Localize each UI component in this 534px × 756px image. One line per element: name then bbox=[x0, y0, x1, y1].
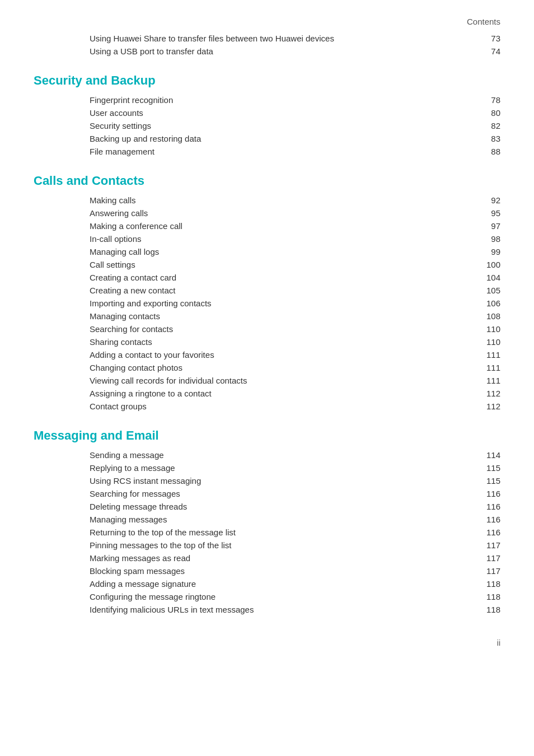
entry-page: 112 bbox=[478, 402, 500, 411]
entry-page: 118 bbox=[478, 592, 500, 601]
toc-entry: Using Huawei Share to transfer files bet… bbox=[90, 32, 500, 45]
toc-entry: Identifying malicious URLs in text messa… bbox=[90, 603, 500, 616]
entry-title: Using a USB port to transfer data bbox=[90, 46, 478, 56]
top-entries: Using Huawei Share to transfer files bet… bbox=[34, 32, 500, 58]
toc-entry: File management 88 bbox=[90, 145, 500, 158]
entry-page: 88 bbox=[478, 147, 500, 156]
entry-title: Changing contact photos bbox=[90, 363, 478, 372]
toc-entry: Security settings 82 bbox=[90, 119, 500, 132]
entry-page: 118 bbox=[478, 605, 500, 614]
toc-entry: Managing call logs 99 bbox=[90, 245, 500, 258]
toc-entry: Sending a message 114 bbox=[90, 449, 500, 461]
entry-page: 95 bbox=[478, 208, 500, 218]
entry-page: 100 bbox=[478, 260, 500, 269]
entry-page: 92 bbox=[478, 195, 500, 205]
section-messaging-email: Messaging and Email Sending a message 11… bbox=[34, 428, 500, 616]
toc-entry: Using a USB port to transfer data 74 bbox=[90, 45, 500, 58]
entry-page: 117 bbox=[478, 540, 500, 550]
entry-page: 80 bbox=[478, 108, 500, 118]
entry-title: Returning to the top of the message list bbox=[90, 528, 478, 537]
entry-title: Using Huawei Share to transfer files bet… bbox=[90, 34, 478, 43]
entry-page: 118 bbox=[478, 579, 500, 589]
entry-page: 108 bbox=[478, 311, 500, 321]
toc-entry: In-call options 98 bbox=[90, 232, 500, 245]
sections-container: Security and Backup Fingerprint recognit… bbox=[34, 73, 500, 616]
entry-title: Viewing call records for individual cont… bbox=[90, 376, 478, 385]
section-heading-messaging-email: Messaging and Email bbox=[34, 428, 500, 443]
toc-entry: Adding a message signature 118 bbox=[90, 577, 500, 590]
toc-entry: Pinning messages to the top of the list … bbox=[90, 539, 500, 552]
entry-page: 115 bbox=[478, 476, 500, 486]
entry-title: Security settings bbox=[90, 121, 478, 130]
entry-page: 97 bbox=[478, 221, 500, 231]
entry-page: 83 bbox=[478, 134, 500, 143]
entry-title: Sharing contacts bbox=[90, 337, 478, 347]
entry-title: Answering calls bbox=[90, 208, 478, 218]
entry-title: Backing up and restoring data bbox=[90, 134, 478, 143]
toc-entry: Making a conference call 97 bbox=[90, 220, 500, 232]
entry-title: Adding a message signature bbox=[90, 579, 478, 589]
entry-page: 73 bbox=[478, 34, 500, 43]
entry-title: Deleting message threads bbox=[90, 502, 478, 511]
entry-title: Adding a contact to your favorites bbox=[90, 350, 478, 360]
toc-entry: Sharing contacts 110 bbox=[90, 335, 500, 348]
entry-title: Using RCS instant messaging bbox=[90, 476, 478, 486]
toc-entry: Blocking spam messages 117 bbox=[90, 564, 500, 577]
toc-entry: Creating a new contact 105 bbox=[90, 284, 500, 297]
toc-entry: Assigning a ringtone to a contact 112 bbox=[90, 387, 500, 400]
toc-entry: Call settings 100 bbox=[90, 258, 500, 271]
toc-entry: Viewing call records for individual cont… bbox=[90, 374, 500, 387]
entry-page: 116 bbox=[478, 489, 500, 498]
section-items-calls-contacts: Making calls 92 Answering calls 95 Makin… bbox=[34, 194, 500, 413]
entry-page: 111 bbox=[478, 350, 500, 360]
entry-page: 114 bbox=[478, 450, 500, 460]
toc-entry: Returning to the top of the message list… bbox=[90, 526, 500, 539]
entry-page: 117 bbox=[478, 553, 500, 563]
entry-title: In-call options bbox=[90, 234, 478, 244]
entry-title: Creating a new contact bbox=[90, 286, 478, 295]
entry-title: Creating a contact card bbox=[90, 273, 478, 282]
contents-label: Contents bbox=[34, 17, 500, 26]
toc-entry: Configuring the message ringtone 118 bbox=[90, 590, 500, 603]
entry-title: Pinning messages to the top of the list bbox=[90, 540, 478, 550]
entry-page: 111 bbox=[478, 363, 500, 372]
entry-title: Marking messages as read bbox=[90, 553, 478, 563]
toc-entry: Using RCS instant messaging 115 bbox=[90, 474, 500, 487]
entry-title: Fingerprint recognition bbox=[90, 95, 478, 105]
toc-entry: Making calls 92 bbox=[90, 194, 500, 207]
toc-entry: Changing contact photos 111 bbox=[90, 361, 500, 374]
entry-page: 78 bbox=[478, 95, 500, 105]
entry-title: Managing messages bbox=[90, 515, 478, 524]
section-security-backup: Security and Backup Fingerprint recognit… bbox=[34, 73, 500, 158]
toc-entry: Managing contacts 108 bbox=[90, 310, 500, 323]
entry-title: Assigning a ringtone to a contact bbox=[90, 389, 478, 398]
section-items-messaging-email: Sending a message 114 Replying to a mess… bbox=[34, 449, 500, 616]
entry-title: Configuring the message ringtone bbox=[90, 592, 478, 601]
toc-entry: User accounts 80 bbox=[90, 106, 500, 119]
toc-entry: Deleting message threads 116 bbox=[90, 500, 500, 513]
entry-page: 98 bbox=[478, 234, 500, 244]
page-footer: ii bbox=[34, 638, 500, 647]
entry-page: 82 bbox=[478, 121, 500, 130]
entry-page: 112 bbox=[478, 389, 500, 398]
toc-entry: Managing messages 116 bbox=[90, 513, 500, 526]
entry-title: Making a conference call bbox=[90, 221, 478, 231]
toc-entry: Importing and exporting contacts 106 bbox=[90, 297, 500, 310]
toc-entry: Creating a contact card 104 bbox=[90, 271, 500, 284]
entry-page: 99 bbox=[478, 247, 500, 256]
toc-entry: Adding a contact to your favorites 111 bbox=[90, 348, 500, 361]
entry-title: Managing contacts bbox=[90, 311, 478, 321]
entry-page: 106 bbox=[478, 298, 500, 308]
entry-title: File management bbox=[90, 147, 478, 156]
toc-entry: Backing up and restoring data 83 bbox=[90, 132, 500, 145]
entry-page: 105 bbox=[478, 286, 500, 295]
entry-title: Managing call logs bbox=[90, 247, 478, 256]
section-heading-security-backup: Security and Backup bbox=[34, 73, 500, 88]
entry-title: User accounts bbox=[90, 108, 478, 118]
entry-title: Sending a message bbox=[90, 450, 478, 460]
entry-title: Contact groups bbox=[90, 402, 478, 411]
toc-entry: Replying to a message 115 bbox=[90, 461, 500, 474]
entry-title: Identifying malicious URLs in text messa… bbox=[90, 605, 478, 614]
toc-entry: Answering calls 95 bbox=[90, 207, 500, 220]
entry-page: 104 bbox=[478, 273, 500, 282]
